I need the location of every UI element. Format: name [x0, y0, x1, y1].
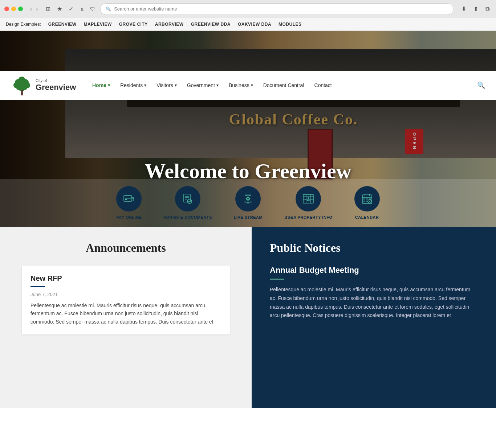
announcement-divider: [31, 286, 45, 287]
nav-item-document-central[interactable]: Document Central: [258, 79, 309, 91]
announcement-date: June 7, 2021: [31, 292, 221, 297]
design-link-greenview[interactable]: GREENVIEW: [48, 22, 77, 27]
chevron-down-icon: [216, 83, 219, 88]
nav-item-contact[interactable]: Contact: [309, 79, 337, 91]
nav-item-residents[interactable]: Residents: [115, 79, 151, 91]
logo-tree-icon: [11, 74, 33, 96]
livestream-icon: [235, 186, 261, 211]
logo-city: City of: [36, 78, 76, 83]
search-input[interactable]: Search or enter website name: [114, 6, 448, 12]
amazon-icon[interactable]: a: [78, 5, 86, 13]
quick-link-calendar-label: CALENDAR: [355, 215, 379, 219]
svg-rect-9: [21, 90, 23, 95]
traffic-lights: [4, 7, 23, 11]
notice-title: Annual Budget Meeting: [270, 266, 478, 275]
tabs-button[interactable]: ⧉: [483, 5, 492, 13]
browser-actions: ⬇ ⬆ ⧉: [459, 5, 492, 13]
svg-rect-12: [125, 199, 127, 200]
minimize-button[interactable]: [11, 7, 16, 11]
share-button[interactable]: ⬆: [471, 5, 480, 13]
hero-wrapper: City of Greenview Home Residents Visitor…: [0, 31, 496, 227]
site-header: City of Greenview Home Residents Visitor…: [0, 71, 496, 100]
announcement-card-title: New RFP: [31, 274, 221, 283]
quick-link-pay-online-label: PAY ONLINE: [116, 215, 142, 219]
notice-text: Pellentesque ac molestie mi. Mauris effi…: [270, 285, 478, 320]
browser-tabs: ⊞ ★ ✓: [44, 5, 76, 13]
forms-icon: [175, 186, 200, 211]
announcement-text: Pellentesque ac molestie mi. Mauris effi…: [31, 301, 221, 326]
nav-arrows: ‹ ›: [29, 5, 39, 13]
pay-online-icon: [116, 186, 142, 211]
browser-chrome: ‹ › ⊞ ★ ✓ a 🛡 🔍 Search or enter website …: [0, 0, 496, 18]
bookmark-icons: a 🛡: [78, 5, 97, 13]
quick-link-livestream-label: LIVE STREAM: [234, 215, 263, 219]
nav-item-visitors[interactable]: Visitors: [151, 79, 182, 91]
main-nav: Home Residents Visitors Government Busin…: [87, 79, 477, 91]
svg-rect-33: [363, 201, 365, 202]
svg-point-19: [247, 198, 249, 200]
quick-link-property-label: BS&A PROPERTY INFO: [284, 215, 332, 219]
search-icon: 🔍: [106, 7, 111, 12]
svg-rect-13: [184, 194, 190, 202]
design-examples-label: Design Examples:: [6, 22, 41, 27]
download-button[interactable]: ⬇: [459, 5, 468, 13]
design-examples-bar: Design Examples: GREENVIEW MAPLEVIEW GRO…: [0, 18, 496, 31]
logo-area[interactable]: City of Greenview: [11, 74, 76, 96]
shield-icon[interactable]: 🛡: [88, 5, 97, 13]
back-button[interactable]: ‹: [29, 5, 33, 13]
svg-rect-11: [125, 198, 131, 199]
public-notices-title: Public Notices: [270, 241, 478, 255]
design-link-mapleview[interactable]: MAPLEVIEW: [84, 22, 112, 27]
announcements-section: Announcements New RFP June 7, 2021 Pelle…: [0, 227, 252, 408]
svg-point-25: [308, 197, 309, 199]
property-icon: [296, 186, 321, 211]
quick-links-bar: PAY ONLINE FORMS & DOCUMENTS: [0, 179, 496, 227]
tab-star-button[interactable]: ★: [55, 5, 64, 13]
calendar-icon: [354, 186, 380, 211]
design-link-grove-city[interactable]: GROVE CITY: [119, 22, 148, 27]
design-link-arborview[interactable]: ARBORVIEW: [155, 22, 184, 27]
quick-link-pay-online[interactable]: PAY ONLINE: [116, 186, 142, 219]
announcements-title: Announcements: [22, 241, 230, 255]
quick-link-livestream[interactable]: LIVE STREAM: [234, 186, 263, 219]
design-link-greenview-dda[interactable]: GREENVIEW DDA: [191, 22, 231, 27]
content-area: Announcements New RFP June 7, 2021 Pelle…: [0, 227, 496, 408]
chevron-down-icon: [108, 83, 110, 88]
tab-grid-button[interactable]: ⊞: [44, 5, 53, 13]
chevron-down-icon: [175, 83, 177, 88]
announcement-card[interactable]: New RFP June 7, 2021 Pellentesque ac mol…: [22, 266, 230, 334]
chevron-down-icon: [251, 83, 253, 88]
nav-item-home[interactable]: Home: [87, 79, 115, 91]
svg-rect-30: [363, 198, 365, 200]
tab-check-button[interactable]: ✓: [66, 5, 76, 13]
site-search-button[interactable]: 🔍: [477, 81, 485, 89]
nav-item-business[interactable]: Business: [224, 79, 258, 91]
quick-link-calendar[interactable]: CALENDAR: [354, 186, 380, 219]
quick-link-property[interactable]: BS&A PROPERTY INFO: [284, 186, 332, 219]
address-bar[interactable]: 🔍 Search or enter website name: [100, 3, 454, 15]
design-link-modules[interactable]: MODULES: [279, 22, 302, 27]
close-button[interactable]: [4, 7, 9, 11]
notice-divider: [270, 279, 284, 280]
quick-link-forms[interactable]: FORMS & DOCUMENTS: [164, 186, 212, 219]
public-notices-section: Public Notices Annual Budget Meeting Pel…: [252, 227, 496, 408]
logo-name: Greenview: [36, 83, 76, 92]
quick-link-forms-label: FORMS & DOCUMENTS: [164, 215, 212, 219]
nav-item-government[interactable]: Government: [182, 79, 224, 91]
svg-rect-31: [366, 198, 368, 200]
design-link-oakview-dda[interactable]: OAKVIEW DDA: [238, 22, 271, 27]
chevron-down-icon: [144, 83, 146, 88]
logo-text: City of Greenview: [36, 78, 76, 92]
hero-section: Global Coffee Co. OPEN Welcome to Greenv…: [0, 31, 496, 227]
forward-button[interactable]: ›: [35, 5, 40, 13]
maximize-button[interactable]: [18, 7, 23, 11]
